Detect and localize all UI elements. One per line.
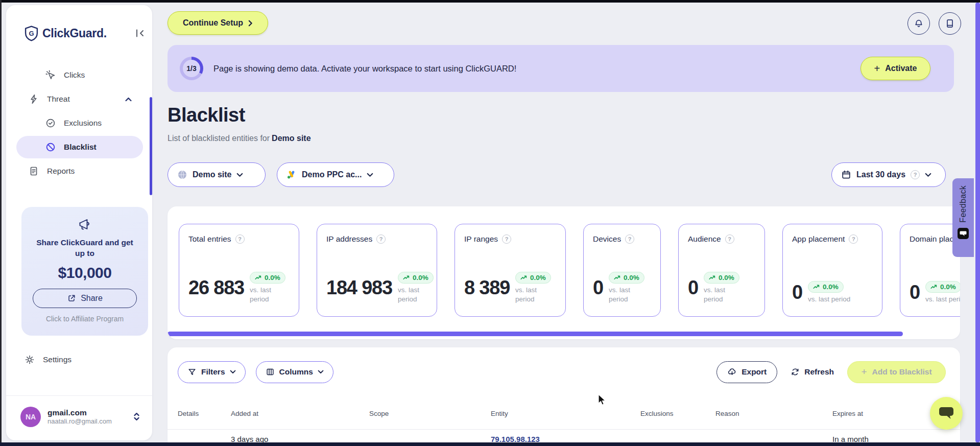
date-range-selector[interactable]: Last 30 days <box>831 162 946 187</box>
columns-button[interactable]: Columns <box>256 361 333 383</box>
stat-value: 8 389 <box>464 277 510 299</box>
stat-note: vs. last period <box>925 295 960 304</box>
sidebar-collapse-icon[interactable] <box>135 29 145 38</box>
book-icon <box>945 18 955 29</box>
page-subtitle-text: List of blacklisted entities for <box>168 134 270 143</box>
activate-label: Activate <box>885 64 917 73</box>
chevron-up-icon[interactable] <box>125 97 132 102</box>
share-button[interactable]: Share <box>33 289 137 308</box>
calendar-icon <box>841 170 851 180</box>
column-header-exclusions[interactable]: Exclusions <box>640 410 715 417</box>
date-range-value: Last 30 days <box>856 170 905 179</box>
sidebar-item-label: Exclusions <box>64 119 102 128</box>
stats-horizontal-scrollbar[interactable] <box>168 332 903 336</box>
user-email: naatali.ro@gmail.com <box>47 417 112 426</box>
stat-value: 26 883 <box>188 277 244 299</box>
feedback-tab[interactable]: Feedback <box>952 178 974 257</box>
stat-note: vs. last period <box>515 286 548 304</box>
refresh-button[interactable]: Refresh <box>791 367 834 377</box>
plus-icon <box>874 63 880 74</box>
workspace-switcher[interactable]: NA gmail.com naatali.ro@gmail.com <box>6 395 152 440</box>
columns-icon <box>266 367 275 377</box>
stat-card-ip-addresses: IP addresses 184 983 0.0% vs. last perio… <box>317 224 437 317</box>
site-selector[interactable]: Demo site <box>168 162 266 187</box>
table-toolbar: Filters Columns Export <box>178 361 946 383</box>
sidebar-item-label: Reports <box>47 167 75 176</box>
share-label: Share <box>81 294 103 303</box>
column-header-scope[interactable]: Scope <box>369 410 491 417</box>
main-content: Continue Setup 1/3 Page is showing demo … <box>168 0 976 446</box>
ban-icon <box>45 142 56 152</box>
sidebar-item-label: Clicks <box>64 71 85 80</box>
blacklist-table-panel: Filters Columns Export <box>168 347 960 446</box>
add-to-blacklist-label: Add to Blacklist <box>872 367 931 377</box>
help-icon[interactable] <box>235 234 245 244</box>
trend-up-icon <box>255 275 262 280</box>
help-icon <box>911 170 920 179</box>
setup-progress-value: 1/3 <box>183 60 200 77</box>
stat-card-devices: Devices 0 0.0% vs. last period <box>583 224 661 317</box>
window-edge-top <box>0 0 980 3</box>
sidebar-item-blacklist[interactable]: Blacklist <box>16 136 143 158</box>
sidebar-item-threat[interactable]: Threat <box>16 88 143 110</box>
stat-delta: 0.0% <box>823 283 839 291</box>
chevron-down-icon <box>318 370 324 374</box>
column-header-reason[interactable]: Reason <box>715 410 832 417</box>
page-title: Blacklist <box>168 104 245 126</box>
lightning-icon <box>29 94 39 104</box>
chat-bubble-icon <box>938 406 954 420</box>
stat-card-ip-ranges: IP ranges 8 389 0.0% vs. last period <box>455 224 566 317</box>
column-header-entity[interactable]: Entity <box>491 410 640 417</box>
cursor-click-icon <box>45 70 56 80</box>
trend-up-icon <box>614 275 621 280</box>
stats-panel: Total entries 26 883 0.0% vs. last perio… <box>168 206 960 339</box>
stat-note: vs. last period <box>609 286 641 304</box>
trend-up-icon <box>709 275 716 280</box>
help-icon[interactable] <box>849 234 858 244</box>
setup-progress-ring: 1/3 <box>180 57 203 80</box>
affiliate-promo-card[interactable]: Share ClickGuard and get up to $10,000 S… <box>21 207 148 336</box>
sidebar-item-settings[interactable]: Settings <box>25 355 71 365</box>
help-icon[interactable] <box>376 234 386 244</box>
activate-button[interactable]: Activate <box>861 57 930 80</box>
help-icon[interactable] <box>625 234 634 244</box>
trend-up-icon <box>930 284 938 289</box>
help-icon[interactable] <box>725 234 734 244</box>
chat-widget-button[interactable] <box>930 397 963 430</box>
help-icon[interactable] <box>502 234 511 244</box>
window-edge-bottom <box>0 442 980 446</box>
column-header-added-at[interactable]: Added at <box>231 410 369 417</box>
chevron-down-icon <box>925 173 931 177</box>
chevron-down-icon <box>367 173 373 177</box>
promo-text: Share ClickGuard and get up to <box>21 238 148 259</box>
continue-setup-button[interactable]: Continue Setup <box>168 11 268 35</box>
docs-button[interactable] <box>939 12 961 35</box>
stat-value: 0 <box>593 277 603 299</box>
page-vertical-scrollbar[interactable] <box>975 3 980 442</box>
stat-delta: 0.0% <box>719 274 734 281</box>
chevron-right-icon <box>248 20 253 27</box>
stat-delta: 0.0% <box>265 274 280 281</box>
add-to-blacklist-button[interactable]: Add to Blacklist <box>847 361 946 383</box>
export-label: Export <box>742 367 767 377</box>
refresh-icon <box>791 367 800 377</box>
settings-label: Settings <box>43 355 71 364</box>
column-header-details[interactable]: Details <box>178 410 231 417</box>
stat-value: 0 <box>792 281 802 303</box>
ppc-account-selector[interactable]: Demo PPC ac... <box>277 162 394 187</box>
filters-label: Filters <box>201 367 225 377</box>
google-ads-icon <box>286 170 297 180</box>
export-button[interactable]: Export <box>716 361 777 383</box>
sidebar-item-exclusions[interactable]: Exclusions <box>16 112 143 134</box>
filters-button[interactable]: Filters <box>178 361 246 383</box>
notifications-button[interactable] <box>907 12 930 35</box>
demo-data-banner: 1/3 Page is showing demo data. Activate … <box>168 45 954 92</box>
trend-up-icon <box>403 275 410 280</box>
sidebar-item-reports[interactable]: Reports <box>16 160 143 182</box>
stat-card-total-entries: Total entries 26 883 0.0% vs. last perio… <box>179 224 299 317</box>
workspace-name: gmail.com <box>47 408 112 417</box>
stat-label: IP addresses <box>326 234 372 244</box>
sidebar-scrollbar[interactable] <box>150 97 152 195</box>
stat-card-audience: Audience 0 0.0% vs. last period <box>678 224 765 317</box>
sidebar-item-clicks[interactable]: Clicks <box>16 64 143 86</box>
